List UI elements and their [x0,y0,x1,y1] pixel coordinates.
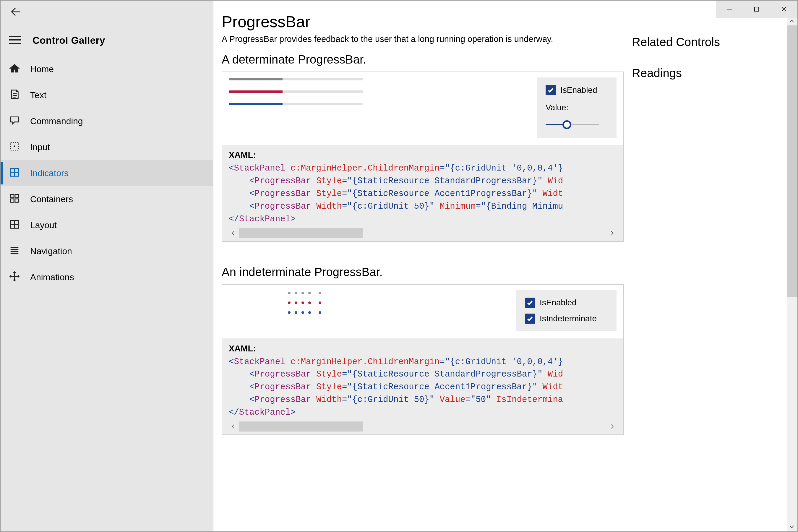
sidebar-item-label: Commanding [30,116,83,126]
indicators-icon [9,167,20,180]
sidebar-item-label: Containers [30,194,73,204]
value-label: Value: [546,103,608,112]
back-icon[interactable] [9,5,22,19]
isenabled-label: IsEnabled [560,86,597,95]
scroll-left-icon[interactable] [229,229,238,238]
sidebar-item-home[interactable]: Home [1,56,213,82]
svg-rect-1 [755,7,759,11]
sidebar-item-label: Home [30,64,54,74]
indeterminate-bar-accent [288,302,321,304]
svg-rect-19 [15,198,18,202]
page-title: ProgressBar [222,13,624,31]
navigation-icon [9,245,20,258]
indeterminate-xaml-code: <StackPanel c:MarginHelper.ChildrenMargi… [229,356,616,419]
sidebar-item-label: Text [30,90,46,100]
sidebar: Control Gallery Home Text Commanding In [1,1,213,531]
sidebar-item-label: Navigation [30,246,72,256]
app-title: Control Gallery [33,35,105,46]
scroll-right-icon[interactable] [608,229,616,238]
scroll-down-icon[interactable] [789,524,796,531]
readings-heading: Readings [632,66,787,80]
indeterminate-controls-panel: IsEnabled IsIndeterminate [516,290,616,331]
sidebar-item-containers[interactable]: Containers [1,186,213,212]
svg-rect-18 [11,198,14,202]
sidebar-item-navigation[interactable]: Navigation [1,238,213,264]
sidebar-item-layout[interactable]: Layout [1,212,213,238]
svg-rect-17 [15,194,18,197]
section-heading-determinate: A determinate ProgressBar. [222,53,624,66]
code-label-2: XAML: [229,344,616,354]
layout-icon [9,219,20,232]
containers-icon [9,193,20,206]
window-maximize-button[interactable] [743,1,770,18]
indeterminate-bar-standard [288,292,321,294]
sidebar-item-commanding[interactable]: Commanding [1,108,213,134]
code-label: XAML: [229,150,616,160]
scroll-left-icon-2[interactable] [229,422,238,431]
isenabled-checkbox[interactable] [546,85,556,95]
text-icon [9,89,20,102]
sidebar-item-animations[interactable]: Animations [1,264,213,290]
window-minimize-button[interactable] [716,1,743,18]
progressbar-standard [229,78,363,80]
sidebar-item-input[interactable]: Input [1,134,213,160]
isindeterminate-checkbox[interactable] [525,314,535,324]
indeterminate-code-panel: XAML: <StackPanel c:MarginHelper.Childre… [222,338,623,435]
window-caption-buttons [716,1,797,18]
isenabled-checkbox-2[interactable] [525,298,535,308]
scroll-right-icon-2[interactable] [608,422,616,431]
determinate-controls-panel: IsEnabled Value: [537,77,616,138]
code-horizontal-scrollbar-2[interactable] [229,421,616,432]
progressbar-stack [229,77,363,138]
determinate-xaml-code: <StackPanel c:MarginHelper.ChildrenMargi… [229,162,616,226]
main-content: ProgressBar A ProgressBar provides feedb… [213,1,632,531]
scroll-up-icon[interactable] [789,18,796,25]
isenabled-label-2: IsEnabled [540,298,577,307]
indeterminate-card: IsEnabled IsIndeterminate XAML: <StackPa… [222,284,624,435]
sidebar-item-label: Input [30,142,50,152]
svg-rect-16 [11,194,14,197]
section-heading-indeterminate: An indeterminate ProgressBar. [222,265,624,279]
indeterminate-bar-default [288,311,321,314]
progressbar-accent [229,91,363,93]
related-controls-heading: Related Controls [632,36,787,49]
page-description: A ProgressBar provides feedback to the u… [222,34,624,44]
determinate-code-panel: XAML: <StackPanel c:MarginHelper.Childre… [222,145,623,241]
sidebar-item-label: Indicators [30,168,69,178]
progressbar-default [229,103,363,105]
sidebar-item-text[interactable]: Text [1,82,213,108]
animations-icon [9,271,20,284]
aside-panel: Related Controls Readings [632,1,797,531]
window-close-button[interactable] [770,1,797,18]
input-icon [9,141,20,154]
commanding-icon [9,115,20,128]
home-icon [9,63,20,76]
determinate-card: IsEnabled Value: XAML: <StackPanel c:Mar… [222,72,624,242]
code-horizontal-scrollbar[interactable] [229,228,616,238]
svg-point-12 [14,146,15,147]
sidebar-item-label: Animations [30,272,74,282]
sidebar-item-indicators[interactable]: Indicators [1,160,213,186]
isindeterminate-label: IsIndeterminate [540,314,597,323]
sidebar-item-label: Layout [30,220,57,230]
value-slider[interactable] [546,119,599,130]
hamburger-icon[interactable] [9,36,21,45]
indeterminate-progressbar-stack [229,290,321,331]
vertical-scrollbar[interactable] [787,18,797,531]
